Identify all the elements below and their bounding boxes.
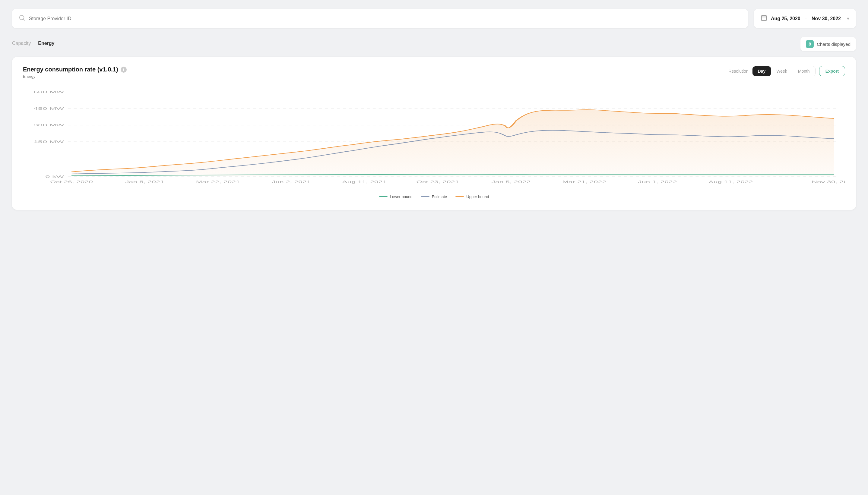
chart-title-area: Energy consumption rate (v1.0.1) i Energ… <box>23 66 127 79</box>
svg-text:Aug 11, 2022: Aug 11, 2022 <box>708 180 753 184</box>
legend-estimate-line <box>421 196 430 197</box>
svg-text:Mar 22, 2021: Mar 22, 2021 <box>196 180 240 184</box>
svg-text:Oct 26, 2020: Oct 26, 2020 <box>50 180 93 184</box>
svg-text:Jun 1, 2022: Jun 1, 2022 <box>638 180 677 184</box>
chart-area: 600 MW 450 MW 300 MW 150 MW 0 kW Oct 26, <box>23 86 845 188</box>
svg-text:Nov 30, 2022: Nov 30, 2022 <box>812 180 845 184</box>
date-start: Aug 25, 2020 <box>771 16 800 21</box>
chevron-down-icon: ▾ <box>847 16 849 21</box>
legend-lower-bound: Lower bound <box>379 194 413 199</box>
svg-text:Jan 8, 2021: Jan 8, 2021 <box>125 180 164 184</box>
date-end: Nov 30, 2022 <box>812 16 841 21</box>
svg-text:Jan 5, 2022: Jan 5, 2022 <box>491 180 531 184</box>
info-icon[interactable]: i <box>121 67 127 73</box>
resolution-buttons: Day Week Month <box>752 66 816 76</box>
svg-text:Aug 11, 2021: Aug 11, 2021 <box>342 180 387 184</box>
charts-displayed-badge[interactable]: 8 Charts displayed <box>800 37 856 51</box>
svg-text:450 MW: 450 MW <box>33 107 64 110</box>
legend-estimate-label: Estimate <box>432 194 447 199</box>
date-range-selector[interactable]: Aug 25, 2020 - Nov 30, 2022 ▾ <box>754 9 856 28</box>
legend-estimate: Estimate <box>421 194 447 199</box>
top-bar: Aug 25, 2020 - Nov 30, 2022 ▾ <box>12 9 856 28</box>
calendar-icon <box>761 15 767 23</box>
charts-count: 8 <box>806 40 814 48</box>
legend-lower-bound-label: Lower bound <box>390 194 413 199</box>
svg-text:Oct 23, 2021: Oct 23, 2021 <box>417 180 459 184</box>
chart-svg: 600 MW 450 MW 300 MW 150 MW 0 kW Oct 26, <box>23 86 845 188</box>
svg-line-1 <box>23 19 24 20</box>
resolution-month-button[interactable]: Month <box>792 66 815 76</box>
search-input[interactable] <box>29 16 741 21</box>
chart-controls: Resolution Day Week Month Export <box>728 66 845 76</box>
svg-text:600 MW: 600 MW <box>33 90 64 94</box>
svg-text:0 kW: 0 kW <box>45 175 64 178</box>
svg-rect-2 <box>762 16 767 20</box>
legend-upper-bound-line <box>455 196 464 197</box>
tab-capacity[interactable]: Capacity <box>12 41 31 47</box>
charts-displayed-label: Charts displayed <box>817 41 851 47</box>
resolution-day-button[interactable]: Day <box>752 66 771 76</box>
svg-text:Mar 21, 2022: Mar 21, 2022 <box>562 180 606 184</box>
chart-subtitle: Energy <box>23 74 127 79</box>
svg-text:Jun 2, 2021: Jun 2, 2021 <box>272 180 311 184</box>
export-button[interactable]: Export <box>819 66 845 76</box>
tab-row: Capacity Energy 8 Charts displayed <box>12 37 856 51</box>
tab-energy[interactable]: Energy <box>38 41 54 47</box>
date-separator: - <box>805 16 807 21</box>
chart-header: Energy consumption rate (v1.0.1) i Energ… <box>23 66 845 79</box>
chart-title: Energy consumption rate (v1.0.1) i <box>23 66 127 73</box>
legend-lower-bound-line <box>379 196 387 197</box>
search-box[interactable] <box>12 9 748 28</box>
resolution-label: Resolution <box>728 69 748 73</box>
legend-upper-bound-label: Upper bound <box>466 194 489 199</box>
main-tabs: Capacity Energy <box>12 41 54 47</box>
resolution-week-button[interactable]: Week <box>771 66 792 76</box>
svg-text:300 MW: 300 MW <box>33 123 64 127</box>
search-icon <box>19 15 25 23</box>
legend-upper-bound: Upper bound <box>455 194 489 199</box>
chart-card: Energy consumption rate (v1.0.1) i Energ… <box>12 57 856 210</box>
svg-text:150 MW: 150 MW <box>33 140 64 143</box>
chart-legend: Lower bound Estimate Upper bound <box>23 194 845 199</box>
